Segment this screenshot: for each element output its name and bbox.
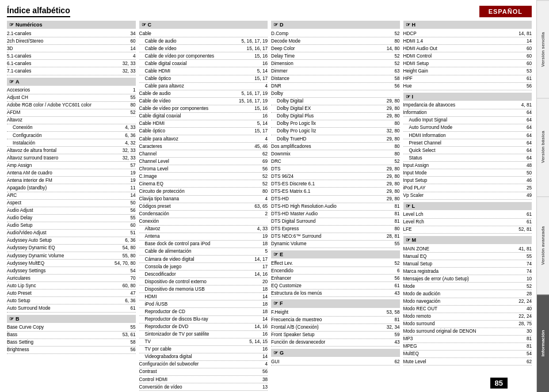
list-item: Marca registrada74 bbox=[403, 268, 532, 275]
list-item: DTS-HD29, 80 bbox=[271, 196, 400, 203]
section-label: I bbox=[412, 93, 414, 100]
list-item: Bass Setting58 bbox=[7, 339, 136, 347]
list-item: MultEQ54 bbox=[403, 351, 532, 358]
section-icon: ☞ bbox=[406, 93, 410, 100]
list-item: DTS-ES Matrix 6.129, 80 bbox=[271, 188, 400, 195]
page-number: 85 bbox=[490, 378, 508, 389]
list-item: Aspect50 bbox=[7, 200, 136, 207]
list-item: Level Rch61 bbox=[403, 219, 532, 226]
list-item: DTS Digital Surround81 bbox=[271, 218, 400, 226]
list-item: Frecuencia de muestreo81 bbox=[271, 317, 400, 324]
list-item: MPEG81 bbox=[403, 343, 532, 351]
list-item: HDMI 1.414 bbox=[403, 37, 532, 45]
section-m: ☞ M bbox=[403, 236, 532, 244]
list-item: Audio Delay55 bbox=[7, 215, 136, 222]
list-item: Vp Scaler49 bbox=[403, 192, 532, 200]
list-item: Función de desvanecedor43 bbox=[271, 339, 400, 347]
list-item: Audyssey Auto Setup6, 36 bbox=[7, 237, 136, 245]
list-item: Accesorios1 bbox=[7, 87, 136, 94]
list-item: Configuración6, 36 bbox=[7, 132, 136, 139]
column-4: ☞ H HDCP14, 81 HDMI 1.414 HDMI Audio Out… bbox=[403, 21, 532, 379]
list-item: Cámara de video digital14, 17 bbox=[139, 256, 268, 263]
list-item: TV5, 14, 15 bbox=[139, 338, 268, 346]
section-icon: ☞ bbox=[9, 21, 14, 28]
list-item: Cable de vídeo por componentes15, 16 bbox=[139, 52, 268, 60]
list-item: C.Image52 bbox=[139, 173, 268, 180]
section-i: ☞ I bbox=[403, 93, 532, 101]
list-item: Audio Setup60 bbox=[7, 222, 136, 230]
list-item: Consola de juego17 bbox=[139, 263, 268, 271]
list-item: DTS29, 80 bbox=[271, 165, 400, 173]
tab-version-sencilla[interactable]: Versión sencilla bbox=[537, 0, 549, 98]
list-item: Cable de vídeo15, 16, 17, 19 bbox=[139, 98, 268, 105]
list-item: Audio Input Signal64 bbox=[403, 117, 532, 124]
list-item: Quick Select64 bbox=[403, 147, 532, 154]
list-item: LFE52, 81 bbox=[403, 226, 532, 234]
list-item: 5.1-canales4 bbox=[7, 52, 136, 60]
section-numericos: ☞ Numéricos bbox=[7, 21, 136, 29]
list-item: Reproductor de CD18 bbox=[139, 308, 268, 315]
list-item: Effect Lev.52 bbox=[271, 260, 400, 267]
list-item: 6.1-canales32, 33 bbox=[7, 60, 136, 67]
list-item: Information64 bbox=[403, 109, 532, 117]
list-item: MAIN ZONE41, 81 bbox=[403, 245, 532, 253]
list-item: Configuración del subwoofer4 bbox=[139, 361, 268, 368]
list-item: Channel Level69 bbox=[139, 158, 268, 165]
list-item: Auriculares70 bbox=[7, 275, 136, 282]
list-item: Base dock de control para iPod18 bbox=[139, 241, 268, 248]
section-d: ☞ D bbox=[271, 21, 400, 29]
list-item: GUI62 bbox=[271, 358, 400, 366]
section-label: E bbox=[280, 251, 283, 258]
list-item: Modo remoto22, 24 bbox=[403, 313, 532, 321]
page-title: Índice alfabético bbox=[7, 6, 70, 17]
section-label: Numéricos bbox=[16, 21, 43, 28]
section-label: C bbox=[148, 21, 152, 28]
list-item: Impedancia de altavoces4, 81 bbox=[403, 102, 532, 109]
list-item: Input Assign48 bbox=[403, 162, 532, 169]
column-1: ☞ Numéricos 2.1-canales34 2ch Direct/Ste… bbox=[7, 21, 136, 379]
list-item: Códigos preset63, 65 bbox=[139, 203, 268, 211]
list-item: Dimmer63 bbox=[271, 67, 400, 75]
section-icon: ☞ bbox=[273, 300, 278, 307]
section-b: ☞ B bbox=[7, 315, 136, 323]
list-item: Deep Color14, 80 bbox=[271, 45, 400, 52]
list-item: DTS-HD High Resolution Audio81 bbox=[271, 203, 400, 211]
section-icon: ☞ bbox=[142, 21, 146, 28]
section-e: ☞ E bbox=[271, 250, 400, 258]
section-a: ☞ A bbox=[7, 78, 136, 86]
list-item: Adobe RGB color / Adobe YCC601 color80 bbox=[7, 102, 136, 109]
section-label: G bbox=[280, 349, 284, 356]
list-item: Decode Mode80 bbox=[271, 37, 400, 45]
list-item: Cable bbox=[139, 30, 268, 37]
list-item: Altavoz bbox=[7, 117, 136, 124]
list-item: Downmix80 bbox=[271, 150, 400, 158]
list-item: Dolby Digital EX29, 80 bbox=[271, 105, 400, 113]
list-item: Auto Preset47 bbox=[7, 290, 136, 297]
list-item: Cable de audio5, 16, 17, 19 bbox=[139, 37, 268, 45]
list-item: 2.1-canales34 bbox=[7, 30, 136, 37]
list-item: Estructura de los menús43 bbox=[271, 290, 400, 297]
list-item: Audio Adjust56 bbox=[7, 207, 136, 215]
tab-informacion[interactable]: Información bbox=[537, 294, 549, 392]
list-item: Preset Channel64 bbox=[403, 139, 532, 147]
section-h: ☞ H bbox=[403, 21, 532, 29]
list-item: Cable para altavoz4 bbox=[139, 83, 268, 90]
list-item: Descodificador14, 16 bbox=[139, 271, 268, 278]
tab-version-avanzada[interactable]: Versión avanzada bbox=[537, 196, 549, 294]
list-item: Audyssey Dynamic Volume55, 80 bbox=[7, 252, 136, 260]
section-label: A bbox=[16, 78, 20, 85]
column-3: ☞ D D.Comp52 Decode Mode80 Deep Color14,… bbox=[271, 21, 400, 379]
list-item: Manual Setup74 bbox=[403, 260, 532, 268]
page-header: Índice alfabético ESPAÑOL bbox=[7, 6, 532, 17]
list-item: Circuito de protección80 bbox=[139, 188, 268, 195]
section-label: B bbox=[16, 315, 20, 322]
list-item: F.Height53, 58 bbox=[271, 309, 400, 317]
tab-version-basica[interactable]: Versión básica bbox=[537, 98, 549, 196]
section-icon: ☞ bbox=[273, 251, 278, 258]
list-item: Cable óptico15, 17 bbox=[139, 75, 268, 83]
list-item: HPF61 bbox=[403, 75, 532, 83]
list-item: Dispositivo de memoria USB18 bbox=[139, 286, 268, 293]
list-item: Frontal A/B (Conexión)32, 34 bbox=[271, 324, 400, 332]
list-item: HDMI Setup60 bbox=[403, 60, 532, 67]
section-l: ☞ L bbox=[403, 202, 532, 210]
